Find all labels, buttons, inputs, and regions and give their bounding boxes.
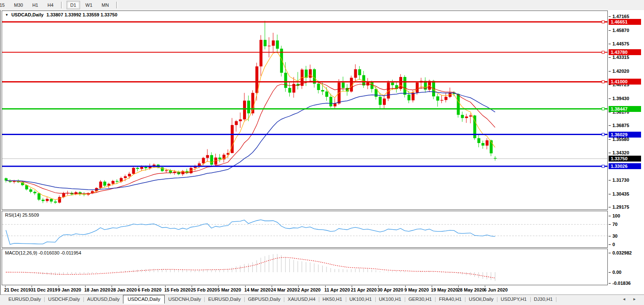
macd-label: MACD(12,26,9) -0.016030 -0.011954 xyxy=(5,250,81,255)
toolbar-separator xyxy=(116,2,118,8)
timeframe-button-d1[interactable]: D1 xyxy=(67,1,80,9)
price-axis-label: 1.39430 xyxy=(612,96,629,101)
price-axis-label: 1.45870 xyxy=(612,28,629,33)
rsi-chart-canvas[interactable] xyxy=(2,211,607,247)
macd-chart-canvas[interactable] xyxy=(2,249,607,285)
rsi-axis-tick xyxy=(609,216,611,216)
macd-axis-tick xyxy=(609,253,611,253)
time-axis-label: 25 Feb 2020 xyxy=(191,287,217,292)
toolbar-separator xyxy=(61,2,63,8)
timeframe-toolbar: 15M30H1H4D1W1MN xyxy=(0,0,644,11)
timeframe-button-mn[interactable]: MN xyxy=(98,1,112,9)
current-price-badge: 1.33750 xyxy=(609,156,641,162)
tab-usdcad-daily[interactable]: USDCAD,Daily xyxy=(123,295,165,304)
macd-pane: MACD(12,26,9) -0.016030 -0.011954 xyxy=(2,249,608,285)
rsi-axis-label: 30 xyxy=(612,233,617,239)
price-axis-label: 1.29175 xyxy=(612,204,629,210)
timeframe-button-15[interactable]: 15 xyxy=(0,1,8,9)
macd-axis-tick xyxy=(609,283,611,284)
tab-scroll-buttons: ◄► xyxy=(622,295,644,302)
tab-eurusd-daily[interactable]: EURUSD,Daily xyxy=(205,295,244,303)
price-axis-tick xyxy=(609,139,611,140)
rsi-pane: RSI(14) 25.5509 xyxy=(2,211,608,248)
chart-dropdown-icon[interactable]: ▼ xyxy=(5,13,8,17)
tab-uk100-h1[interactable]: UK100,H1 xyxy=(376,295,405,303)
timeframe-button-w1[interactable]: W1 xyxy=(82,1,96,9)
price-axis-tick xyxy=(609,57,611,58)
time-axis-label: 14 Mar 2020 xyxy=(244,287,270,292)
price-axis-tick xyxy=(609,16,611,17)
price-axis-tick xyxy=(609,180,611,180)
chart-tab-bar: EURUSD,DailyUSDCHF,DailyAUDUSD,DailyUSDC… xyxy=(0,294,644,305)
price-axis-label: 1.34320 xyxy=(612,150,629,156)
tab-usoil-daily[interactable]: USOil,Daily xyxy=(465,295,497,303)
tab-hk50-h1[interactable]: HK50,H1 xyxy=(319,295,346,303)
macd-axis-label: -0.01836 xyxy=(612,281,631,286)
time-axis-label: 31 Dec 2019 xyxy=(31,287,57,292)
tab-usdchf-daily[interactable]: USDCHF,Daily xyxy=(45,295,83,303)
tab-fra40-h1[interactable]: FRA40,H1 xyxy=(436,295,465,303)
rsi-axis-tick xyxy=(609,236,611,236)
rsi-axis-tick xyxy=(609,244,611,245)
tab-usdcnh-daily[interactable]: USDCNH,Daily xyxy=(165,295,204,303)
tab-xauusd-h4[interactable]: XAUUSD,H4 xyxy=(284,295,319,303)
time-axis-label: 21 Apr 2020 xyxy=(351,287,377,292)
rsi-axis-tick xyxy=(609,224,611,225)
rsi-label: RSI(14) 25.5509 xyxy=(5,212,39,217)
time-axis-label: 18 Jan 2020 xyxy=(84,287,110,292)
price-axis-tick xyxy=(609,30,611,31)
time-axis-label: 9 May 2020 xyxy=(404,287,429,292)
tab-eurusd-daily[interactable]: EURUSD,Daily xyxy=(5,295,44,303)
time-axis-label: 2 Apr 2020 xyxy=(297,287,321,292)
tab-dj30-h1[interactable]: DJ30,H1 xyxy=(531,295,556,303)
tab-audusd-daily[interactable]: AUDUSD,Daily xyxy=(84,295,123,303)
price-axis-label: 1.43315 xyxy=(612,55,629,60)
chart-symbol-label: USDCAD,Daily xyxy=(11,12,43,17)
tab-scroll-right-icon[interactable]: ► xyxy=(633,297,636,302)
price-axis-tick xyxy=(609,85,611,85)
level-price-badge: 1.33026 xyxy=(609,163,641,169)
tab-gbpusd-daily[interactable]: GBPUSD,Daily xyxy=(245,295,284,303)
time-axis: 21 Dec 201931 Dec 20199 Jan 202018 Jan 2… xyxy=(2,286,608,294)
macd-axis-label: 0.032982 xyxy=(612,250,632,256)
tab-usdjpy-h1[interactable]: USDJPY,H1 xyxy=(497,295,530,303)
price-axis: 1.471651.458701.445751.433151.420201.407… xyxy=(609,10,644,294)
level-price-badge: 1.43780 xyxy=(609,49,641,55)
level-price-badge: 1.46651 xyxy=(609,19,641,25)
price-axis-label: 1.42020 xyxy=(612,69,629,74)
price-chart-canvas[interactable] xyxy=(2,11,607,210)
chart-title: ▼ USDCAD,Daily 1.33807 1.33992 1.33559 1… xyxy=(5,12,118,17)
trading-app-window: 15M30H1H4D1W1MN ▼ USDCAD,Daily 1.33807 1… xyxy=(0,0,644,305)
price-axis-tick xyxy=(609,207,611,207)
price-axis-tick xyxy=(609,125,611,126)
price-pane: ▼ USDCAD,Daily 1.33807 1.33992 1.33559 1… xyxy=(2,11,608,210)
time-axis-label: 9 Jan 2020 xyxy=(58,287,81,292)
tab-divider xyxy=(556,297,556,302)
tab-scroll-left-icon[interactable]: ◄ xyxy=(622,297,626,302)
timeframe-button-m30[interactable]: M30 xyxy=(10,1,27,9)
price-axis-tick xyxy=(609,194,611,194)
time-axis-label: 21 Dec 2019 xyxy=(4,287,31,292)
time-axis-label: 6 Feb 2020 xyxy=(138,287,161,292)
time-axis-label: 19 May 2020 xyxy=(431,287,458,292)
price-axis-label: 1.31730 xyxy=(612,178,629,183)
macd-axis-tick xyxy=(609,272,611,273)
price-axis-tick xyxy=(609,98,611,99)
level-price-badge: 1.41000 xyxy=(609,79,641,85)
price-axis-tick xyxy=(609,153,611,153)
timeframe-button-h4[interactable]: H4 xyxy=(44,1,57,9)
level-price-badge: 1.38447 xyxy=(609,106,641,112)
price-axis-tick xyxy=(609,44,611,44)
chart-window: ▼ USDCAD,Daily 1.33807 1.33992 1.33559 1… xyxy=(0,10,644,294)
price-axis-label: 1.30435 xyxy=(612,191,629,197)
tab-ger30-h1[interactable]: GER30,H1 xyxy=(405,295,436,303)
time-axis-label: 24 Mar 2020 xyxy=(271,287,297,292)
level-price-badge: 1.36029 xyxy=(609,132,641,138)
price-axis-label: 1.36875 xyxy=(612,123,629,128)
rsi-axis-label: 70 xyxy=(612,222,617,227)
timeframe-button-h1[interactable]: H1 xyxy=(29,1,42,9)
tab-uk100-h1[interactable]: UK100,H1 xyxy=(346,295,375,303)
time-axis-label: 6 Jun 2020 xyxy=(484,287,508,292)
time-axis-label: 28 Jan 2020 xyxy=(111,287,137,292)
price-axis-label: 1.44575 xyxy=(612,41,629,47)
